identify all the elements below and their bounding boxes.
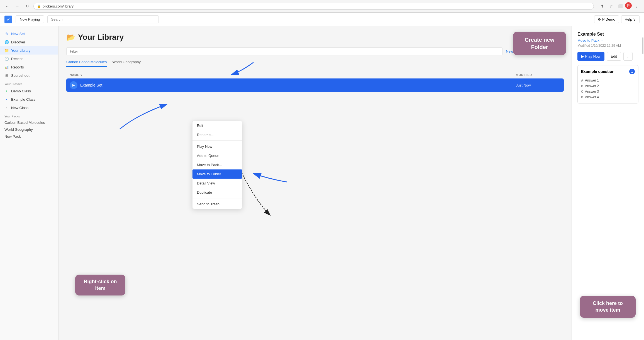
detail-panel: Example Set Move to Pack → Modified 1/10… bbox=[572, 26, 644, 340]
filter-input[interactable] bbox=[66, 47, 502, 55]
filter-bar: New Pack | New Set 📁 ⋯ bbox=[66, 47, 564, 55]
profile-button[interactable]: P bbox=[625, 2, 632, 9]
answer-text-c: Answer 3 bbox=[585, 90, 599, 93]
sidebar-item-label: Demo Class bbox=[11, 89, 31, 93]
callout-click-here: Click here to move item bbox=[580, 296, 636, 318]
answer-item: D Answer 4 bbox=[581, 94, 635, 100]
browser-action-buttons: ⬆ ☆ ⬜ P ⋮ bbox=[598, 2, 641, 10]
sidebar-item-carbon[interactable]: Carbon Based Molecules bbox=[0, 119, 58, 126]
row-name: Example Set bbox=[80, 83, 516, 87]
sidebar-item-label: Reports bbox=[11, 65, 24, 69]
logo-check: ✓ bbox=[7, 17, 10, 22]
share-button[interactable]: ⬆ bbox=[598, 2, 606, 10]
table-row[interactable]: ▶ Example Set Just Now bbox=[66, 78, 564, 92]
answer-letter-b: B bbox=[581, 84, 583, 88]
tab-world-geo[interactable]: World Geography bbox=[112, 60, 141, 67]
library-header: 📂 Your Library bbox=[66, 33, 564, 42]
help-button[interactable]: Help ∨ bbox=[621, 15, 640, 23]
answer-item: B Answer 2 bbox=[581, 83, 635, 89]
sidebar-item-demo-class[interactable]: ● Demo Class bbox=[0, 87, 58, 95]
menu-item-move-pack[interactable]: Move to Pack... bbox=[192, 160, 242, 169]
search-input[interactable] bbox=[47, 15, 159, 23]
back-button[interactable]: ← bbox=[3, 2, 11, 10]
overlay-container: 📂 Your Library New Pack | New Set 📁 ⋯ Ca… bbox=[58, 26, 644, 340]
row-modified: Just Now bbox=[516, 83, 560, 87]
menu-button[interactable]: ⋮ bbox=[633, 2, 641, 10]
menu-item-move-folder[interactable]: Move to Folder... bbox=[192, 169, 242, 179]
sidebar-item-world-geo[interactable]: World Geography bbox=[0, 126, 58, 133]
edit-button[interactable]: Edit bbox=[607, 52, 621, 61]
menu-item-edit[interactable]: Edit bbox=[192, 121, 242, 130]
row-play-icon: ▶ bbox=[70, 81, 77, 89]
sidebar-item-reports[interactable]: 📊 Reports bbox=[0, 63, 58, 71]
library-icon: 📁 bbox=[4, 48, 9, 53]
answer-item: C Answer 3 bbox=[581, 89, 635, 94]
sidebar-item-scoresheet[interactable]: ⊞ Scoresheet... bbox=[0, 71, 58, 80]
sidebar-item-recent[interactable]: 🕐 Recent bbox=[0, 55, 58, 63]
sidebar-item-label: Your Library bbox=[11, 48, 31, 53]
callout-click-here-text: Click here to move item bbox=[593, 300, 623, 312]
menu-item-duplicate[interactable]: Duplicate bbox=[192, 188, 242, 197]
bookmark-button[interactable]: ☆ bbox=[607, 2, 615, 10]
library-panel: 📂 Your Library New Pack | New Set 📁 ⋯ Ca… bbox=[58, 26, 572, 340]
scrollbar-thumb bbox=[642, 37, 643, 54]
tab-carbon[interactable]: Carbon Based Molecules bbox=[66, 60, 107, 67]
sidebar-item-new-pack[interactable]: New Pack bbox=[0, 133, 58, 140]
main-layout: ✎ New Set 🌐 Discover 📁 Your Library 🕐 Re… bbox=[0, 26, 644, 340]
tab-button[interactable]: ⬜ bbox=[616, 2, 624, 10]
sidebar-item-label: Recent bbox=[11, 57, 23, 61]
menu-item-send-trash[interactable]: Send to Trash bbox=[192, 199, 242, 209]
nav-right: ⚙ P Demo Help ∨ bbox=[594, 15, 640, 23]
detail-modified: Modified 1/10/2022 12:29 AM bbox=[577, 44, 638, 48]
question-title: Example question 1 bbox=[581, 69, 635, 74]
address-bar[interactable]: 🔒 plickers.com/library bbox=[33, 3, 594, 10]
now-playing-button[interactable]: Now Playing bbox=[16, 15, 44, 23]
scoresheet-icon: ⊞ bbox=[4, 73, 9, 78]
new-set-icon: ✎ bbox=[4, 31, 9, 36]
menu-item-rename[interactable]: Rename... bbox=[192, 130, 242, 139]
answer-item: A Answer 1 bbox=[581, 78, 635, 83]
move-to-pack-link[interactable]: Move to Pack → bbox=[577, 38, 638, 43]
demo-class-icon: ● bbox=[4, 89, 9, 93]
settings-button[interactable]: ⚙ P Demo bbox=[594, 15, 619, 23]
menu-item-add-queue[interactable]: Add to Queue bbox=[192, 151, 242, 160]
library-folder-icon: 📂 bbox=[66, 33, 75, 42]
question-card: Example question 1 A Answer 1 B Answer 2… bbox=[577, 65, 638, 104]
menu-divider-1 bbox=[192, 141, 242, 141]
callout-create-folder: Create new Folder bbox=[513, 32, 566, 55]
menu-divider-2 bbox=[192, 198, 242, 198]
sidebar-item-label: Scoresheet... bbox=[11, 73, 33, 78]
answer-text-d: Answer 4 bbox=[585, 95, 599, 99]
reload-button[interactable]: ↻ bbox=[23, 2, 31, 10]
pack-tabs: Carbon Based Molecules World Geography bbox=[66, 60, 564, 67]
lock-icon: 🔒 bbox=[37, 4, 41, 8]
forward-button[interactable]: → bbox=[13, 2, 21, 10]
col-name-header: NAME ∨ bbox=[70, 73, 516, 77]
sidebar-item-new-set[interactable]: ✎ New Set bbox=[0, 29, 58, 38]
col-modified-header: MODIFIED bbox=[516, 73, 560, 77]
answer-letter-c: C bbox=[581, 90, 583, 93]
browser-chrome: ← → ↻ 🔒 plickers.com/library ⬆ ☆ ⬜ P ⋮ bbox=[0, 0, 644, 13]
sidebar-item-label: New Set bbox=[11, 32, 25, 36]
sidebar-item-label: Discover bbox=[11, 40, 25, 44]
sidebar-item-discover[interactable]: 🌐 Discover bbox=[0, 38, 58, 46]
url-text: plickers.com/library bbox=[43, 4, 74, 8]
sidebar-item-your-library[interactable]: 📁 Your Library bbox=[0, 46, 58, 55]
detail-title: Example Set bbox=[577, 32, 638, 37]
recent-icon: 🕐 bbox=[4, 56, 9, 61]
menu-item-play-now[interactable]: Play Now bbox=[192, 142, 242, 151]
reports-icon: 📊 bbox=[4, 65, 9, 69]
packs-section-label: Your Packs bbox=[0, 112, 58, 119]
sidebar-item-label: New Class bbox=[11, 106, 28, 110]
sidebar-item-example-class[interactable]: ● Example Class bbox=[0, 95, 58, 104]
sidebar-item-new-class[interactable]: ● New Class bbox=[0, 104, 58, 112]
library-title: Your Library bbox=[78, 33, 124, 42]
play-now-button[interactable]: ▶ Play Now bbox=[577, 52, 604, 61]
callout-right-click: Right-click on item bbox=[75, 275, 125, 295]
new-class-icon: ● bbox=[4, 105, 9, 110]
app-navbar: ✓ Now Playing ⚙ P Demo Help ∨ bbox=[0, 13, 644, 26]
menu-item-detail-view[interactable]: Detail View bbox=[192, 179, 242, 188]
example-class-icon: ● bbox=[4, 97, 9, 102]
more-button[interactable]: ... bbox=[623, 52, 633, 61]
answer-text-a: Answer 1 bbox=[585, 78, 599, 82]
